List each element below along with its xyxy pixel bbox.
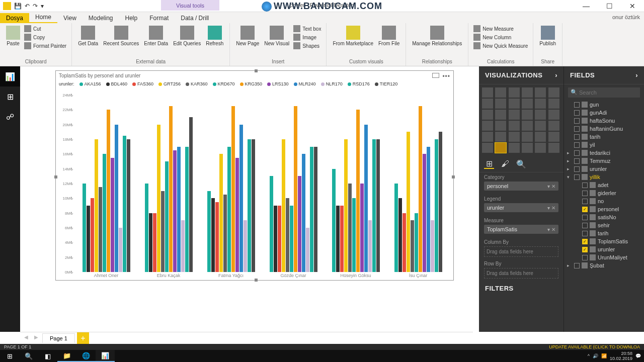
bar[interactable] xyxy=(286,198,289,272)
search-input[interactable] xyxy=(568,87,640,98)
tab-data-drill[interactable]: Data / Drill xyxy=(175,13,215,23)
field-item[interactable]: ▾yillik xyxy=(564,173,644,181)
bar[interactable] xyxy=(306,228,309,272)
format-painter-button[interactable]: Format Painter xyxy=(23,42,67,50)
tab-format[interactable]: Format xyxy=(143,13,175,23)
remove-legend-icon[interactable]: ▾ ✕ xyxy=(547,205,555,211)
field-item[interactable]: tarih xyxy=(564,229,644,237)
tab-help[interactable]: Help xyxy=(119,13,144,23)
bar[interactable] xyxy=(360,184,364,272)
category-pill[interactable]: personel▾ ✕ xyxy=(484,182,558,191)
visual-type-button[interactable] xyxy=(548,121,559,131)
manage-relationships-button[interactable]: Manage Relationships xyxy=(410,25,464,47)
new-column-button[interactable]: New Column xyxy=(472,33,529,41)
new-quick-measure-button[interactable]: New Quick Measure xyxy=(472,42,529,50)
report-canvas[interactable]: ••• ToplamSatis by personel and urunler … xyxy=(20,66,479,332)
field-item[interactable]: giderler xyxy=(564,189,644,197)
bar[interactable] xyxy=(298,176,301,272)
visual-type-button[interactable] xyxy=(548,110,559,120)
visual-type-button[interactable] xyxy=(495,110,506,120)
bar[interactable] xyxy=(415,213,418,272)
visual-type-button[interactable] xyxy=(535,87,546,98)
legend-item[interactable]: RSD176 xyxy=(348,81,370,86)
visual-type-button[interactable] xyxy=(522,121,533,131)
field-checkbox[interactable] xyxy=(574,174,580,180)
bar[interactable] xyxy=(207,191,211,272)
field-item[interactable]: no xyxy=(564,197,644,205)
collapse-fields-icon[interactable]: › xyxy=(635,71,638,79)
field-item[interactable]: sehir xyxy=(564,221,644,229)
visual-type-button[interactable] xyxy=(535,143,546,153)
powerbi-taskbar-icon[interactable]: 📊 xyxy=(96,350,115,362)
field-item[interactable]: ▸urunler xyxy=(564,165,644,173)
field-checkbox[interactable] xyxy=(574,158,580,164)
bar[interactable] xyxy=(407,132,410,272)
bar[interactable] xyxy=(302,154,305,272)
bar[interactable] xyxy=(231,106,235,272)
bar[interactable] xyxy=(344,139,348,272)
visual-type-button[interactable] xyxy=(522,87,533,98)
bar[interactable] xyxy=(282,139,285,272)
bar[interactable] xyxy=(427,147,430,272)
bar[interactable] xyxy=(252,139,255,272)
bar[interactable] xyxy=(310,147,313,272)
bar[interactable] xyxy=(161,191,165,272)
bar[interactable] xyxy=(314,147,317,272)
copy-button[interactable]: Copy xyxy=(23,33,67,41)
bar[interactable] xyxy=(95,139,98,272)
next-page-icon[interactable]: ▶ xyxy=(32,334,40,342)
save-icon[interactable]: 💾 xyxy=(14,3,22,10)
column-by-drop[interactable]: Drag data fields here xyxy=(484,246,558,257)
bar[interactable] xyxy=(348,184,352,272)
field-checkbox[interactable] xyxy=(582,255,588,260)
visual-type-button[interactable] xyxy=(509,132,520,142)
visual-type-button[interactable] xyxy=(535,121,546,131)
field-item[interactable]: personel xyxy=(564,205,644,213)
bar[interactable] xyxy=(294,106,297,272)
visual-type-button[interactable] xyxy=(522,143,533,153)
visual-type-button[interactable] xyxy=(509,87,520,98)
field-checkbox[interactable] xyxy=(574,142,580,148)
bar[interactable] xyxy=(215,202,219,272)
bar[interactable] xyxy=(145,184,148,272)
bar[interactable] xyxy=(157,125,160,272)
image-button[interactable]: Image xyxy=(292,33,322,41)
bar[interactable] xyxy=(439,132,442,272)
tab-home[interactable]: Home xyxy=(29,12,57,23)
bar[interactable] xyxy=(227,147,231,272)
from-marketplace-button[interactable]: From Marketplace xyxy=(331,25,375,47)
bar[interactable] xyxy=(394,184,398,272)
legend-item[interactable]: FAS360 xyxy=(132,81,153,86)
qat-more-icon[interactable]: ▾ xyxy=(41,3,44,10)
tray-up-icon[interactable]: ^ xyxy=(588,353,590,358)
page-tab-1[interactable]: Page 1 xyxy=(42,333,75,343)
visual-type-button[interactable] xyxy=(495,99,506,109)
field-checkbox[interactable] xyxy=(582,239,588,244)
field-checkbox[interactable] xyxy=(574,263,580,268)
model-view-button[interactable]: ☍ xyxy=(0,107,20,127)
field-checkbox[interactable] xyxy=(582,207,588,212)
bar[interactable] xyxy=(435,139,438,272)
field-item[interactable]: yil xyxy=(564,141,644,149)
bar[interactable] xyxy=(223,195,227,272)
bar[interactable] xyxy=(332,169,336,272)
bar[interactable] xyxy=(211,198,215,272)
publish-button[interactable]: Publish xyxy=(537,25,558,47)
bar[interactable] xyxy=(185,147,189,272)
bar[interactable] xyxy=(99,187,102,272)
tab-file[interactable]: Dosya xyxy=(0,13,29,23)
legend-item[interactable]: AKA156 xyxy=(79,81,101,86)
bar[interactable] xyxy=(119,228,122,272)
bar[interactable] xyxy=(115,125,118,272)
visual-type-button[interactable] xyxy=(482,110,493,120)
field-item[interactable]: haftaninGunu xyxy=(564,125,644,133)
visual-type-button[interactable] xyxy=(482,132,493,142)
bar[interactable] xyxy=(340,206,344,272)
legend-item[interactable]: TIER120 xyxy=(375,81,398,86)
visual-type-button[interactable] xyxy=(482,99,493,109)
bar[interactable] xyxy=(431,220,434,272)
bar[interactable] xyxy=(423,154,426,272)
bar[interactable] xyxy=(356,110,360,272)
from-file-button[interactable]: From File xyxy=(376,25,401,47)
legend-item[interactable]: LRS130 xyxy=(267,81,289,86)
